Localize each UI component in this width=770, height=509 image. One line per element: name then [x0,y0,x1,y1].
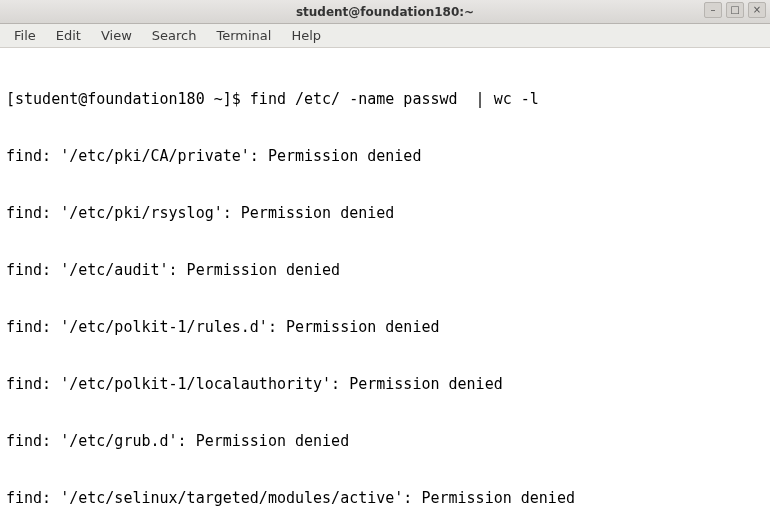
menu-item-search[interactable]: Search [144,26,205,45]
terminal-line: find: '/etc/pki/CA/private': Permission … [6,147,764,166]
terminal-line: [student@foundation180 ~]$ find /etc/ -n… [6,90,764,109]
close-button[interactable]: × [748,2,766,18]
terminal-line: find: '/etc/grub.d': Permission denied [6,432,764,451]
menubar: File Edit View Search Terminal Help [0,24,770,48]
terminal-line: find: '/etc/polkit-1/localauthority': Pe… [6,375,764,394]
minimize-button[interactable]: – [704,2,722,18]
terminal-line: find: '/etc/polkit-1/rules.d': Permissio… [6,318,764,337]
terminal-line: find: '/etc/selinux/targeted/modules/act… [6,489,764,508]
terminal-area[interactable]: [student@foundation180 ~]$ find /etc/ -n… [0,48,770,509]
maximize-button[interactable]: □ [726,2,744,18]
window-title: student@foundation180:~ [0,5,770,19]
menu-item-view[interactable]: View [93,26,140,45]
terminal-window: student@foundation180:~ – □ × File Edit … [0,0,770,509]
menu-item-help[interactable]: Help [283,26,329,45]
terminal-line: find: '/etc/audit': Permission denied [6,261,764,280]
menu-item-file[interactable]: File [6,26,44,45]
terminal-line: find: '/etc/pki/rsyslog': Permission den… [6,204,764,223]
menu-item-terminal[interactable]: Terminal [208,26,279,45]
command-text: find /etc/ -name passwd | wc -l [250,90,539,108]
window-controls: – □ × [704,2,766,18]
titlebar: student@foundation180:~ – □ × [0,0,770,24]
menu-item-edit[interactable]: Edit [48,26,89,45]
prompt: [student@foundation180 ~]$ [6,90,250,108]
